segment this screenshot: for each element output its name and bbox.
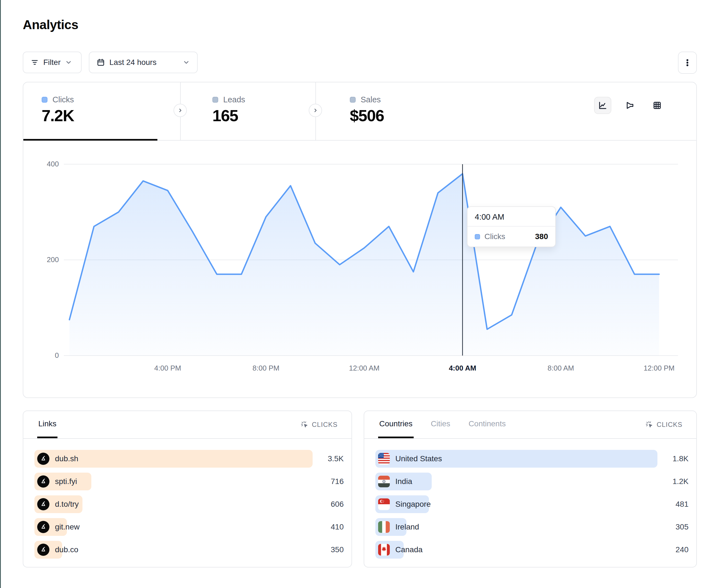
table-view-button[interactable] <box>649 97 666 114</box>
row-value: 350 <box>331 545 344 554</box>
country-row[interactable]: Singapore 481 <box>375 495 689 513</box>
filter-button[interactable]: Filter <box>23 51 82 73</box>
link-row[interactable]: git.new 410 <box>35 518 344 536</box>
row-value: 1.2K <box>672 477 689 486</box>
link-row[interactable]: dub.co 350 <box>35 541 344 559</box>
left-edge-accent <box>0 0 1 588</box>
link-row[interactable]: d.to/try 606 <box>35 495 344 513</box>
active-tab-underline <box>23 139 157 141</box>
cursor-click-icon <box>645 421 653 429</box>
funnel-icon <box>625 101 635 110</box>
tooltip-time: 4:00 AM <box>468 207 555 227</box>
row-label: dub.sh <box>55 454 78 463</box>
tooltip-series-label: Clicks <box>484 232 505 241</box>
x-tick-label: 8:00 AM <box>547 364 574 372</box>
row-value: 1.8K <box>672 454 689 463</box>
funnel-view-button[interactable] <box>621 97 639 114</box>
geo-metric-selector[interactable]: CLICKS <box>645 421 683 429</box>
clicks-area-chart[interactable] <box>23 152 684 377</box>
row-value: 606 <box>331 500 344 509</box>
in-flag-icon <box>378 476 390 487</box>
us-flag-icon <box>378 453 390 465</box>
line-chart-view-button[interactable] <box>594 97 611 114</box>
tooltip-series-swatch <box>475 234 480 239</box>
sg-flag-icon <box>378 498 390 510</box>
country-row[interactable]: India 1.2K <box>375 473 689 490</box>
filter-icon <box>30 58 39 67</box>
sales-legend-swatch <box>350 97 356 103</box>
clicks-legend-swatch <box>42 97 47 103</box>
clicks-tab-value: 7.2K <box>42 106 74 125</box>
country-row[interactable]: United States 1.8K <box>375 450 689 468</box>
tab-cities[interactable]: Cities <box>430 411 451 438</box>
clicks-tab-label: Clicks <box>52 95 74 104</box>
dub-logo-icon <box>37 475 49 488</box>
row-label: dub.co <box>55 545 78 554</box>
filter-button-label: Filter <box>43 58 61 67</box>
sales-tab-value: $506 <box>350 106 384 125</box>
row-label: spti.fyi <box>55 477 77 486</box>
tab-sales[interactable]: Sales $506 <box>316 82 454 140</box>
row-label: United States <box>395 454 442 463</box>
y-tick-label: 400 <box>47 160 59 168</box>
more-options-button[interactable] <box>678 51 697 74</box>
y-tick-label: 200 <box>47 255 59 264</box>
links-metric-label: CLICKS <box>312 421 338 429</box>
country-row[interactable]: Canada 240 <box>375 541 689 559</box>
leads-tab-value: 165 <box>212 106 238 125</box>
area-fill <box>69 174 659 356</box>
geo-panel: Countries Cities Continents CLICKS Unite… <box>364 410 697 567</box>
row-value: 410 <box>331 523 344 532</box>
country-row[interactable]: Ireland 305 <box>375 518 689 536</box>
row-value: 3.5K <box>328 454 344 463</box>
tab-clicks[interactable]: Clicks 7.2K <box>23 82 157 140</box>
row-label: Ireland <box>395 523 419 532</box>
expand-clicks-leads-button[interactable] <box>173 104 187 117</box>
dub-logo-icon <box>37 521 49 533</box>
chevron-right-icon <box>177 107 184 114</box>
link-row[interactable]: dub.sh 3.5K <box>35 450 344 468</box>
tab-countries[interactable]: Countries <box>378 411 414 438</box>
expand-leads-sales-button[interactable] <box>309 104 322 117</box>
row-value: 240 <box>675 545 689 554</box>
metric-tabs: Clicks 7.2K Leads 165 Sales $506 <box>23 82 696 141</box>
row-value: 305 <box>675 523 689 532</box>
x-tick-label: 4:00 PM <box>154 364 181 372</box>
row-value: 481 <box>675 500 689 509</box>
leads-tab-label: Leads <box>223 95 245 104</box>
date-range-label: Last 24 hours <box>109 58 156 67</box>
y-axis-labels: 0200400 <box>23 152 59 377</box>
y-tick-label: 0 <box>55 351 59 360</box>
date-range-button[interactable]: Last 24 hours <box>89 51 198 73</box>
row-label: Singapore <box>395 500 431 509</box>
tab-continents[interactable]: Continents <box>468 411 507 438</box>
x-axis-labels: 4:00 PM8:00 PM12:00 AM4:00 AM8:00 AM12:0… <box>23 364 684 375</box>
cursor-click-icon <box>301 421 308 429</box>
chart-tooltip: 4:00 AM Clicks 380 <box>467 206 556 247</box>
tab-leads[interactable]: Leads 165 <box>180 82 316 140</box>
dub-logo-icon <box>37 544 49 556</box>
x-tick-label: 12:00 PM <box>644 364 674 372</box>
ie-flag-icon <box>378 521 390 533</box>
links-metric-selector[interactable]: CLICKS <box>301 421 338 429</box>
ca-flag-icon <box>378 544 390 556</box>
geo-metric-label: CLICKS <box>656 421 683 429</box>
row-label: d.to/try <box>55 500 79 509</box>
row-label: Canada <box>395 545 423 554</box>
row-label: git.new <box>55 523 80 532</box>
page-title: Analytics <box>23 17 78 32</box>
sales-tab-label: Sales <box>361 95 381 104</box>
row-label: India <box>395 477 412 486</box>
dub-logo-icon <box>37 453 49 465</box>
tooltip-value: 380 <box>535 232 548 241</box>
link-row[interactable]: spti.fyi 716 <box>35 473 344 490</box>
dub-logo-icon <box>37 498 49 510</box>
leads-legend-swatch <box>212 97 218 103</box>
x-tick-label: 8:00 PM <box>253 364 280 372</box>
line-chart-icon <box>598 101 607 110</box>
calendar-icon <box>96 58 105 67</box>
tab-links[interactable]: Links <box>37 411 58 438</box>
links-panel: Links CLICKS dub.sh 3.5K spti.fyi 716 d.… <box>23 410 352 567</box>
grid-icon <box>652 101 662 110</box>
row-value: 716 <box>331 477 344 486</box>
